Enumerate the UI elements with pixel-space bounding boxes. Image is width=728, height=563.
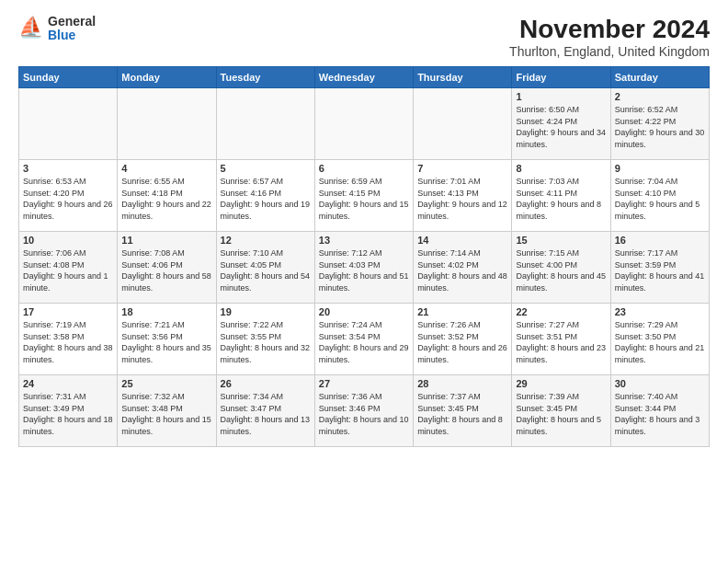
table-cell: 11Sunrise: 7:08 AM Sunset: 4:06 PM Dayli… — [118, 232, 216, 304]
day-info: Sunrise: 7:21 AM Sunset: 3:56 PM Dayligh… — [121, 319, 211, 365]
table-cell: 13Sunrise: 7:12 AM Sunset: 4:03 PM Dayli… — [314, 232, 413, 304]
day-info: Sunrise: 7:36 AM Sunset: 3:46 PM Dayligh… — [319, 391, 409, 437]
day-number: 4 — [121, 163, 211, 174]
table-cell — [118, 88, 216, 160]
day-number: 23 — [615, 306, 705, 317]
week-row-1: 3Sunrise: 6:53 AM Sunset: 4:20 PM Daylig… — [19, 160, 710, 232]
day-info: Sunrise: 7:14 AM Sunset: 4:02 PM Dayligh… — [417, 247, 507, 293]
table-cell: 2Sunrise: 6:52 AM Sunset: 4:22 PM Daylig… — [610, 88, 709, 160]
header-sunday: Sunday — [19, 67, 118, 88]
table-cell: 21Sunrise: 7:26 AM Sunset: 3:52 PM Dayli… — [414, 304, 512, 375]
page-header: ⛵ General Blue November 2024 Thurlton, E… — [18, 15, 710, 59]
day-info: Sunrise: 7:27 AM Sunset: 3:51 PM Dayligh… — [516, 319, 606, 365]
table-cell — [414, 88, 512, 160]
day-number: 27 — [319, 378, 409, 389]
logo: ⛵ General Blue — [18, 15, 96, 43]
day-info: Sunrise: 6:50 AM Sunset: 4:24 PM Dayligh… — [516, 104, 606, 150]
day-number: 28 — [417, 378, 507, 389]
day-number: 26 — [221, 378, 311, 389]
day-info: Sunrise: 7:01 AM Sunset: 4:13 PM Dayligh… — [417, 176, 507, 222]
day-number: 9 — [615, 163, 705, 174]
day-info: Sunrise: 7:24 AM Sunset: 3:54 PM Dayligh… — [319, 319, 409, 365]
table-cell: 28Sunrise: 7:37 AM Sunset: 3:45 PM Dayli… — [414, 375, 512, 447]
day-number: 13 — [319, 235, 409, 246]
table-cell: 3Sunrise: 6:53 AM Sunset: 4:20 PM Daylig… — [19, 160, 118, 232]
table-cell: 5Sunrise: 6:57 AM Sunset: 4:16 PM Daylig… — [216, 160, 314, 232]
day-info: Sunrise: 7:31 AM Sunset: 3:49 PM Dayligh… — [23, 391, 113, 437]
day-info: Sunrise: 7:10 AM Sunset: 4:05 PM Dayligh… — [221, 247, 311, 293]
day-info: Sunrise: 7:22 AM Sunset: 3:55 PM Dayligh… — [221, 319, 311, 365]
month-title: November 2024 — [509, 15, 710, 44]
table-cell: 14Sunrise: 7:14 AM Sunset: 4:02 PM Dayli… — [414, 232, 512, 304]
day-info: Sunrise: 7:12 AM Sunset: 4:03 PM Dayligh… — [319, 247, 409, 293]
day-number: 3 — [23, 163, 113, 174]
day-number: 1 — [516, 91, 606, 102]
day-number: 7 — [417, 163, 507, 174]
day-number: 17 — [23, 306, 113, 317]
logo-blue: Blue — [48, 29, 96, 42]
table-cell: 18Sunrise: 7:21 AM Sunset: 3:56 PM Dayli… — [118, 304, 216, 375]
header-friday: Friday — [512, 67, 610, 88]
day-info: Sunrise: 7:29 AM Sunset: 3:50 PM Dayligh… — [615, 319, 705, 365]
table-cell: 17Sunrise: 7:19 AM Sunset: 3:58 PM Dayli… — [19, 304, 118, 375]
table-cell: 12Sunrise: 7:10 AM Sunset: 4:05 PM Dayli… — [216, 232, 314, 304]
day-number: 6 — [319, 163, 409, 174]
day-number: 2 — [615, 91, 705, 102]
table-cell: 6Sunrise: 6:59 AM Sunset: 4:15 PM Daylig… — [314, 160, 413, 232]
logo-general: General — [48, 15, 96, 29]
day-info: Sunrise: 7:37 AM Sunset: 3:45 PM Dayligh… — [417, 391, 507, 437]
day-info: Sunrise: 7:04 AM Sunset: 4:10 PM Dayligh… — [615, 176, 705, 222]
table-cell: 24Sunrise: 7:31 AM Sunset: 3:49 PM Dayli… — [19, 375, 118, 447]
header-monday: Monday — [118, 67, 216, 88]
week-row-0: 1Sunrise: 6:50 AM Sunset: 4:24 PM Daylig… — [19, 88, 710, 160]
day-number: 20 — [319, 306, 409, 317]
day-number: 16 — [615, 235, 705, 246]
table-cell: 20Sunrise: 7:24 AM Sunset: 3:54 PM Dayli… — [314, 304, 413, 375]
day-number: 24 — [23, 378, 113, 389]
week-row-4: 24Sunrise: 7:31 AM Sunset: 3:49 PM Dayli… — [19, 375, 710, 447]
day-number: 22 — [516, 306, 606, 317]
day-info: Sunrise: 7:03 AM Sunset: 4:11 PM Dayligh… — [516, 176, 606, 222]
table-cell: 27Sunrise: 7:36 AM Sunset: 3:46 PM Dayli… — [314, 375, 413, 447]
day-info: Sunrise: 7:39 AM Sunset: 3:45 PM Dayligh… — [516, 391, 606, 437]
table-cell: 8Sunrise: 7:03 AM Sunset: 4:11 PM Daylig… — [512, 160, 610, 232]
header-saturday: Saturday — [610, 67, 709, 88]
day-info: Sunrise: 7:15 AM Sunset: 4:00 PM Dayligh… — [516, 247, 606, 293]
day-number: 15 — [516, 235, 606, 246]
day-number: 11 — [121, 235, 211, 246]
header-tuesday: Tuesday — [216, 67, 314, 88]
day-info: Sunrise: 7:26 AM Sunset: 3:52 PM Dayligh… — [417, 319, 507, 365]
svg-text:⛵: ⛵ — [18, 16, 44, 40]
table-cell — [216, 88, 314, 160]
week-row-2: 10Sunrise: 7:06 AM Sunset: 4:08 PM Dayli… — [19, 232, 710, 304]
day-info: Sunrise: 6:53 AM Sunset: 4:20 PM Dayligh… — [23, 176, 113, 222]
day-info: Sunrise: 7:34 AM Sunset: 3:47 PM Dayligh… — [221, 391, 311, 437]
day-number: 14 — [417, 235, 507, 246]
day-info: Sunrise: 6:55 AM Sunset: 4:18 PM Dayligh… — [121, 176, 211, 222]
header-wednesday: Wednesday — [314, 67, 413, 88]
day-number: 29 — [516, 378, 606, 389]
table-cell: 10Sunrise: 7:06 AM Sunset: 4:08 PM Dayli… — [19, 232, 118, 304]
table-cell — [314, 88, 413, 160]
day-info: Sunrise: 7:32 AM Sunset: 3:48 PM Dayligh… — [121, 391, 211, 437]
day-number: 8 — [516, 163, 606, 174]
table-cell: 15Sunrise: 7:15 AM Sunset: 4:00 PM Dayli… — [512, 232, 610, 304]
day-info: Sunrise: 6:59 AM Sunset: 4:15 PM Dayligh… — [319, 176, 409, 222]
weekday-header-row: Sunday Monday Tuesday Wednesday Thursday… — [19, 67, 710, 88]
day-number: 5 — [221, 163, 311, 174]
day-info: Sunrise: 7:06 AM Sunset: 4:08 PM Dayligh… — [23, 247, 113, 293]
table-cell: 4Sunrise: 6:55 AM Sunset: 4:18 PM Daylig… — [118, 160, 216, 232]
day-info: Sunrise: 7:19 AM Sunset: 3:58 PM Dayligh… — [23, 319, 113, 365]
week-row-3: 17Sunrise: 7:19 AM Sunset: 3:58 PM Dayli… — [19, 304, 710, 375]
day-info: Sunrise: 7:17 AM Sunset: 3:59 PM Dayligh… — [615, 247, 705, 293]
table-cell: 16Sunrise: 7:17 AM Sunset: 3:59 PM Dayli… — [610, 232, 709, 304]
table-cell: 25Sunrise: 7:32 AM Sunset: 3:48 PM Dayli… — [118, 375, 216, 447]
table-cell: 7Sunrise: 7:01 AM Sunset: 4:13 PM Daylig… — [414, 160, 512, 232]
logo-icon: ⛵ — [18, 16, 44, 41]
table-cell: 26Sunrise: 7:34 AM Sunset: 3:47 PM Dayli… — [216, 375, 314, 447]
day-info: Sunrise: 7:40 AM Sunset: 3:44 PM Dayligh… — [615, 391, 705, 437]
day-number: 21 — [417, 306, 507, 317]
table-cell: 1Sunrise: 6:50 AM Sunset: 4:24 PM Daylig… — [512, 88, 610, 160]
day-info: Sunrise: 6:52 AM Sunset: 4:22 PM Dayligh… — [615, 104, 705, 150]
day-number: 12 — [221, 235, 311, 246]
